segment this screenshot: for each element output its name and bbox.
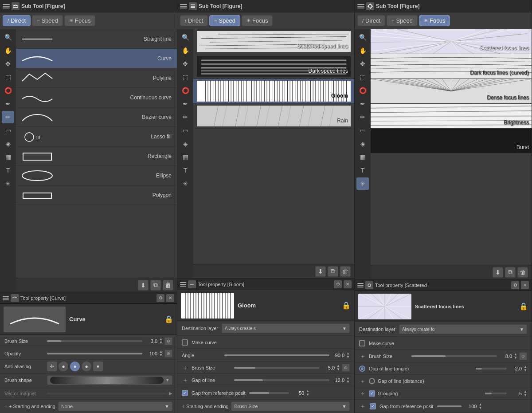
left-vector-magnet-slider[interactable] <box>47 393 166 394</box>
right-brush-expand[interactable]: + <box>359 353 366 360</box>
icon-eraser[interactable]: ▭ <box>2 124 14 137</box>
left-prop-close[interactable]: ✕ <box>166 294 174 302</box>
icon-pen-active[interactable]: ✏ <box>2 111 14 123</box>
tool-item-rectangle[interactable]: Rectangle <box>16 146 177 166</box>
tool-item-straight-line[interactable]: Straight line <box>16 29 177 49</box>
right-brush-size-reset[interactable]: ⊘ <box>519 352 527 360</box>
left-opacity-reset[interactable]: ⊘ <box>164 350 172 358</box>
mid-angle-spinner[interactable]: ▲▼ <box>346 352 350 359</box>
left-aa-opt-weak[interactable]: ● <box>59 362 68 371</box>
tool-item-polyline[interactable]: Polyline <box>16 68 177 88</box>
right-tool-dense-focus[interactable]: Dense focus lines <box>371 79 532 104</box>
right-tool-burst[interactable]: Burst <box>371 129 532 153</box>
right-gap-angle-slider[interactable] <box>476 368 507 370</box>
right-prop-hamburger[interactable] <box>357 282 364 289</box>
mid-prop-settings[interactable]: ⚙ <box>334 280 342 288</box>
mid-start-end-select[interactable]: Brush Size ▼ <box>231 401 350 411</box>
left-aa-opt-medium[interactable]: ● <box>70 362 80 371</box>
right-icon-gradient[interactable]: ▦ <box>356 151 369 163</box>
right-icon-fill[interactable]: ◈ <box>356 138 369 150</box>
right-gap-distance-expand[interactable]: + <box>359 378 366 385</box>
left-aa-opt-strong[interactable]: ● <box>82 362 91 371</box>
icon-gradient[interactable]: ▦ <box>2 151 14 163</box>
left-opacity-spinner[interactable]: ▲▼ <box>159 350 163 357</box>
left-opacity-slider[interactable] <box>47 353 142 354</box>
mid-gap-spinner[interactable]: ▲▼ <box>346 377 350 384</box>
mid-gap-slider[interactable] <box>234 379 329 381</box>
icon-text[interactable]: T <box>2 164 14 177</box>
right-gap-angle-radio[interactable] <box>359 366 365 372</box>
right-toolbar-delete[interactable]: 🗑 <box>517 267 528 278</box>
mid-tool-dark-speed[interactable]: Dark speed lines <box>193 54 354 79</box>
right-icon-star-active[interactable]: ✳ <box>356 177 369 190</box>
right-make-curve-checkbox[interactable] <box>359 340 365 346</box>
mid-tool-rain[interactable]: Rain <box>193 104 354 129</box>
mid-start-end-plus[interactable]: + <box>182 403 185 409</box>
right-icon-pen[interactable]: ✒ <box>356 98 369 110</box>
mid-icon-move[interactable]: ✥ <box>179 58 192 70</box>
right-dest-layer-select[interactable]: Always create fo ▼ <box>399 324 527 334</box>
left-brush-shape-select[interactable]: ▼ <box>47 375 172 385</box>
right-grouping-spinner[interactable]: ▲▼ <box>524 390 527 397</box>
right-icon-pen2[interactable]: ✏ <box>356 111 369 123</box>
mid-angle-slider[interactable] <box>224 354 329 356</box>
left-prop-hamburger[interactable] <box>3 295 9 302</box>
left-brush-size-reset[interactable]: ⊘ <box>164 337 172 345</box>
icon-search[interactable]: 🔍 <box>2 31 14 43</box>
mid-hamburger-menu[interactable] <box>180 3 187 10</box>
right-icon-text[interactable]: T <box>356 164 369 177</box>
mid-icon-select[interactable]: ⬚ <box>179 71 192 83</box>
left-tab-direct[interactable]: / Direct <box>3 15 31 26</box>
icon-select-rect[interactable]: ⬚ <box>2 71 14 83</box>
right-prop-settings[interactable]: ⚙ <box>511 281 519 289</box>
right-toolbar-download[interactable]: ⬇ <box>493 267 503 278</box>
right-brush-size-spinner[interactable]: ▲▼ <box>514 353 517 360</box>
mid-icon-text[interactable]: T <box>179 164 192 177</box>
left-start-end-select[interactable]: None ▼ <box>58 401 172 411</box>
mid-brush-size-slider[interactable] <box>234 367 320 369</box>
right-icon-hand[interactable]: ✋ <box>356 44 369 57</box>
mid-toolbar-download[interactable]: ⬇ <box>315 266 326 277</box>
mid-tool-gloom[interactable]: Gloom <box>193 79 354 104</box>
right-tab-direct[interactable]: / Direct <box>357 15 385 26</box>
right-grouping-expand[interactable]: + <box>359 390 366 397</box>
right-gap-distance-radio[interactable] <box>369 378 375 384</box>
mid-toolbar-delete[interactable]: 🗑 <box>340 266 351 277</box>
mid-prop-lock[interactable]: 🔒 <box>342 301 351 310</box>
mid-prop-hamburger[interactable] <box>180 281 186 288</box>
right-icon-lasso[interactable]: ⭕ <box>356 84 369 97</box>
mid-icon-gradient[interactable]: ▦ <box>179 151 192 163</box>
tool-item-curve[interactable]: Curve <box>16 49 177 68</box>
mid-brush-size-spinner[interactable]: ▲▼ <box>336 364 340 371</box>
right-tab-speed[interactable]: ≡ Speed <box>387 15 418 26</box>
left-aa-opt-none[interactable]: ✛ <box>47 362 57 371</box>
mid-icon-pen[interactable]: ✒ <box>179 98 192 110</box>
mid-tab-direct[interactable]: / Direct <box>180 15 208 26</box>
right-tool-brightness[interactable]: Brightness <box>371 104 532 129</box>
mid-gap-from-ref-spinner[interactable]: ▲▼ <box>306 389 309 397</box>
right-icon-search[interactable]: 🔍 <box>356 31 369 43</box>
right-prop-close[interactable]: ✕ <box>521 281 529 289</box>
mid-gap-from-ref-checkbox[interactable] <box>182 390 188 396</box>
left-tab-focus[interactable]: ✳ Focus <box>64 15 95 26</box>
right-toolbar-copy[interactable]: ⧉ <box>505 267 516 278</box>
right-gap-from-ref-slider[interactable] <box>437 405 462 407</box>
mid-brush-size-reset[interactable]: ⊘ <box>342 364 350 372</box>
mid-tab-speed[interactable]: ≡ Speed <box>209 15 240 26</box>
right-tab-focus[interactable]: ✳ Focus <box>419 15 450 26</box>
right-gap-from-ref-spinner[interactable]: ▲▼ <box>478 403 482 410</box>
right-grouping-checkbox[interactable] <box>369 390 375 397</box>
mid-tab-focus[interactable]: ✳ Focus <box>242 15 273 26</box>
right-gap-from-ref-expand[interactable]: + <box>359 403 366 410</box>
right-icon-select[interactable]: ⬚ <box>356 71 369 83</box>
left-toolbar-download[interactable]: ⬇ <box>138 280 149 291</box>
left-prop-lock[interactable]: 🔒 <box>164 315 173 323</box>
tool-item-bezier[interactable]: Bezier curve <box>16 107 177 127</box>
left-start-end-plus[interactable]: + <box>4 403 8 409</box>
mid-tool-scattered-speed[interactable]: Scattered speed lines <box>193 29 354 54</box>
mid-gap-expand[interactable]: + <box>182 377 189 384</box>
right-tool-scattered-focus[interactable]: Scattered focus lines <box>371 29 532 54</box>
mid-brush-expand[interactable]: + <box>182 364 189 371</box>
mid-icon-search[interactable]: 🔍 <box>179 31 192 43</box>
mid-dest-layer-select[interactable]: Always create s ▼ <box>222 323 350 333</box>
